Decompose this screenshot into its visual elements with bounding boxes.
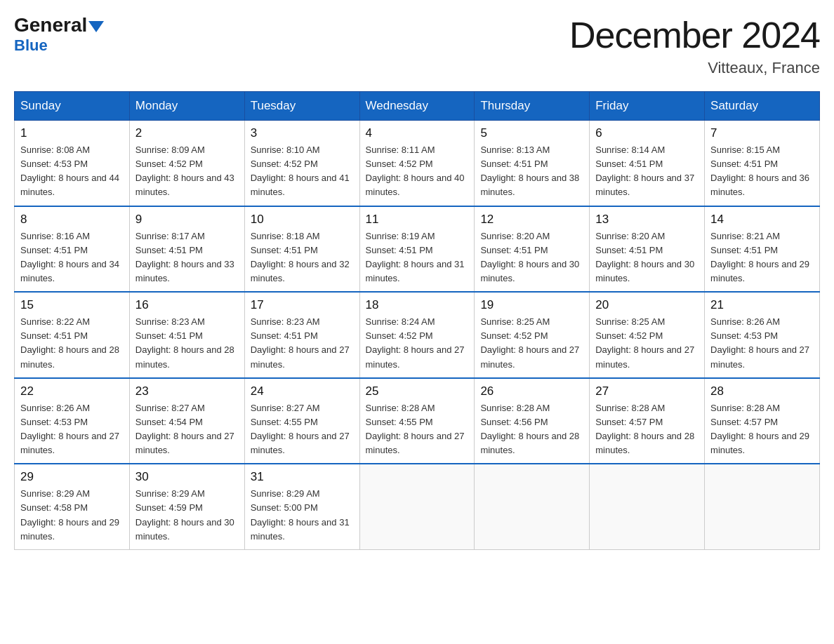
location: Vitteaux, France: [569, 59, 820, 77]
day-info: Sunrise: 8:25 AM Sunset: 4:52 PM Dayligh…: [595, 315, 699, 372]
day-number: 6: [595, 126, 699, 140]
calendar-day-cell: 31 Sunrise: 8:29 AM Sunset: 5:00 PM Dayl…: [244, 464, 359, 549]
day-number: 8: [20, 213, 124, 227]
calendar-day-cell: 3 Sunrise: 8:10 AM Sunset: 4:52 PM Dayli…: [244, 121, 359, 206]
day-info: Sunrise: 8:27 AM Sunset: 4:54 PM Dayligh…: [135, 401, 239, 458]
calendar-day-cell: 12 Sunrise: 8:20 AM Sunset: 4:51 PM Dayl…: [475, 206, 590, 293]
weekday-header-row: SundayMondayTuesdayWednesdayThursdayFrid…: [15, 92, 820, 121]
day-info: Sunrise: 8:20 AM Sunset: 4:51 PM Dayligh…: [595, 229, 699, 286]
day-info: Sunrise: 8:16 AM Sunset: 4:51 PM Dayligh…: [20, 229, 124, 286]
day-info: Sunrise: 8:27 AM Sunset: 4:55 PM Dayligh…: [251, 401, 354, 458]
day-info: Sunrise: 8:29 AM Sunset: 4:58 PM Dayligh…: [20, 487, 124, 544]
calendar-day-cell: 29 Sunrise: 8:29 AM Sunset: 4:58 PM Dayl…: [15, 464, 130, 549]
calendar-day-cell: 22 Sunrise: 8:26 AM Sunset: 4:53 PM Dayl…: [15, 378, 130, 464]
day-number: 30: [135, 470, 239, 484]
calendar-table: SundayMondayTuesdayWednesdayThursdayFrid…: [14, 91, 820, 550]
day-info: Sunrise: 8:22 AM Sunset: 4:51 PM Dayligh…: [20, 315, 124, 372]
title-block: December 2024 Vitteaux, France: [569, 14, 820, 77]
day-number: 21: [710, 298, 814, 312]
day-number: 13: [595, 213, 699, 227]
calendar-day-cell: 17 Sunrise: 8:23 AM Sunset: 4:51 PM Dayl…: [244, 292, 359, 378]
calendar-day-cell: 16 Sunrise: 8:23 AM Sunset: 4:51 PM Dayl…: [129, 292, 244, 378]
day-info: Sunrise: 8:15 AM Sunset: 4:51 PM Dayligh…: [710, 143, 814, 200]
day-number: 20: [595, 298, 699, 312]
calendar-day-cell: 26 Sunrise: 8:28 AM Sunset: 4:56 PM Dayl…: [475, 378, 590, 464]
day-info: Sunrise: 8:14 AM Sunset: 4:51 PM Dayligh…: [595, 143, 699, 200]
calendar-day-cell: 25 Sunrise: 8:28 AM Sunset: 4:55 PM Dayl…: [359, 378, 475, 464]
calendar-day-cell: [359, 464, 475, 549]
day-info: Sunrise: 8:29 AM Sunset: 4:59 PM Dayligh…: [135, 487, 239, 544]
calendar-week-row: 22 Sunrise: 8:26 AM Sunset: 4:53 PM Dayl…: [15, 378, 820, 464]
weekday-header-monday: Monday: [129, 92, 244, 121]
day-number: 22: [20, 384, 124, 398]
weekday-header-saturday: Saturday: [705, 92, 820, 121]
page-header: General Blue December 2024 Vitteaux, Fra…: [14, 14, 820, 77]
day-info: Sunrise: 8:24 AM Sunset: 4:52 PM Dayligh…: [366, 315, 469, 372]
calendar-day-cell: [590, 464, 705, 549]
day-number: 26: [480, 384, 583, 398]
calendar-week-row: 29 Sunrise: 8:29 AM Sunset: 4:58 PM Dayl…: [15, 464, 820, 549]
day-number: 9: [135, 213, 239, 227]
day-info: Sunrise: 8:28 AM Sunset: 4:57 PM Dayligh…: [710, 401, 814, 458]
day-number: 29: [20, 470, 124, 484]
calendar-day-cell: 7 Sunrise: 8:15 AM Sunset: 4:51 PM Dayli…: [705, 121, 820, 206]
calendar-day-cell: 28 Sunrise: 8:28 AM Sunset: 4:57 PM Dayl…: [705, 378, 820, 464]
day-number: 3: [251, 126, 354, 140]
day-info: Sunrise: 8:13 AM Sunset: 4:51 PM Dayligh…: [480, 143, 583, 200]
calendar-day-cell: 20 Sunrise: 8:25 AM Sunset: 4:52 PM Dayl…: [590, 292, 705, 378]
day-number: 16: [135, 298, 239, 312]
day-number: 27: [595, 384, 699, 398]
day-number: 2: [135, 126, 239, 140]
weekday-header-tuesday: Tuesday: [244, 92, 359, 121]
day-info: Sunrise: 8:23 AM Sunset: 4:51 PM Dayligh…: [251, 315, 354, 372]
day-info: Sunrise: 8:10 AM Sunset: 4:52 PM Dayligh…: [251, 143, 354, 200]
day-number: 12: [480, 213, 583, 227]
day-number: 7: [710, 126, 814, 140]
calendar-day-cell: 23 Sunrise: 8:27 AM Sunset: 4:54 PM Dayl…: [129, 378, 244, 464]
calendar-day-cell: [705, 464, 820, 549]
day-number: 19: [480, 298, 583, 312]
calendar-day-cell: [475, 464, 590, 549]
calendar-day-cell: 19 Sunrise: 8:25 AM Sunset: 4:52 PM Dayl…: [475, 292, 590, 378]
day-number: 10: [251, 213, 354, 227]
calendar-day-cell: 10 Sunrise: 8:18 AM Sunset: 4:51 PM Dayl…: [244, 206, 359, 293]
calendar-day-cell: 18 Sunrise: 8:24 AM Sunset: 4:52 PM Dayl…: [359, 292, 475, 378]
day-info: Sunrise: 8:25 AM Sunset: 4:52 PM Dayligh…: [480, 315, 583, 372]
calendar-day-cell: 2 Sunrise: 8:09 AM Sunset: 4:52 PM Dayli…: [129, 121, 244, 206]
day-info: Sunrise: 8:11 AM Sunset: 4:52 PM Dayligh…: [366, 143, 469, 200]
calendar-day-cell: 24 Sunrise: 8:27 AM Sunset: 4:55 PM Dayl…: [244, 378, 359, 464]
calendar-day-cell: 11 Sunrise: 8:19 AM Sunset: 4:51 PM Dayl…: [359, 206, 475, 293]
day-info: Sunrise: 8:20 AM Sunset: 4:51 PM Dayligh…: [480, 229, 583, 286]
calendar-week-row: 15 Sunrise: 8:22 AM Sunset: 4:51 PM Dayl…: [15, 292, 820, 378]
svg-marker-0: [88, 21, 104, 32]
day-info: Sunrise: 8:09 AM Sunset: 4:52 PM Dayligh…: [135, 143, 239, 200]
day-number: 31: [251, 470, 354, 484]
day-number: 24: [251, 384, 354, 398]
calendar-week-row: 1 Sunrise: 8:08 AM Sunset: 4:53 PM Dayli…: [15, 121, 820, 206]
calendar-day-cell: 27 Sunrise: 8:28 AM Sunset: 4:57 PM Dayl…: [590, 378, 705, 464]
day-number: 15: [20, 298, 124, 312]
logo-general: General: [14, 14, 87, 36]
weekday-header-thursday: Thursday: [475, 92, 590, 121]
day-number: 1: [20, 126, 124, 140]
day-number: 5: [480, 126, 583, 140]
calendar-day-cell: 1 Sunrise: 8:08 AM Sunset: 4:53 PM Dayli…: [15, 121, 130, 206]
day-info: Sunrise: 8:29 AM Sunset: 5:00 PM Dayligh…: [251, 487, 354, 544]
calendar-day-cell: 6 Sunrise: 8:14 AM Sunset: 4:51 PM Dayli…: [590, 121, 705, 206]
day-info: Sunrise: 8:26 AM Sunset: 4:53 PM Dayligh…: [710, 315, 814, 372]
day-info: Sunrise: 8:08 AM Sunset: 4:53 PM Dayligh…: [20, 143, 124, 200]
day-number: 17: [251, 298, 354, 312]
day-number: 25: [366, 384, 469, 398]
logo-blue: Blue: [14, 36, 48, 54]
calendar-week-row: 8 Sunrise: 8:16 AM Sunset: 4:51 PM Dayli…: [15, 206, 820, 293]
day-number: 28: [710, 384, 814, 398]
calendar-day-cell: 15 Sunrise: 8:22 AM Sunset: 4:51 PM Dayl…: [15, 292, 130, 378]
weekday-header-friday: Friday: [590, 92, 705, 121]
day-info: Sunrise: 8:28 AM Sunset: 4:55 PM Dayligh…: [366, 401, 469, 458]
day-number: 14: [710, 213, 814, 227]
calendar-day-cell: 5 Sunrise: 8:13 AM Sunset: 4:51 PM Dayli…: [475, 121, 590, 206]
day-info: Sunrise: 8:18 AM Sunset: 4:51 PM Dayligh…: [251, 229, 354, 286]
day-info: Sunrise: 8:28 AM Sunset: 4:57 PM Dayligh…: [595, 401, 699, 458]
calendar-day-cell: 14 Sunrise: 8:21 AM Sunset: 4:51 PM Dayl…: [705, 206, 820, 293]
weekday-header-sunday: Sunday: [15, 92, 130, 121]
